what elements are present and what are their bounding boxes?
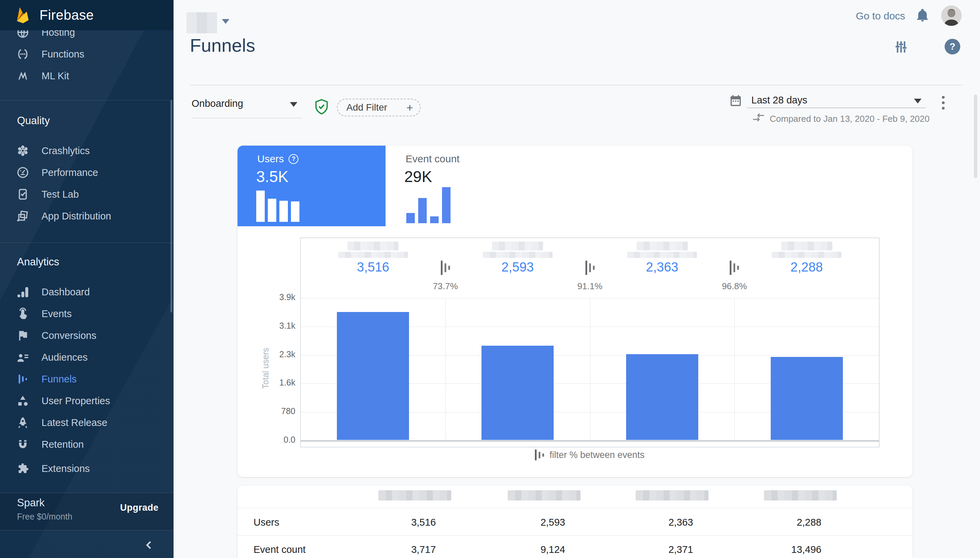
funnel-card: Users ? 3.5K Event count 29K 3,51673.7%2…	[238, 146, 913, 477]
funnel-glyph-icon	[441, 261, 450, 275]
sidebar-item-label: ML Kit	[41, 71, 69, 82]
sparkbar	[430, 217, 438, 223]
conversion-percent: 96.8%	[722, 281, 747, 292]
collapse-sidebar-icon[interactable]	[142, 538, 156, 552]
sidebar-item-functions[interactable]: Functions	[0, 43, 174, 65]
sidebar-item-label: Audiences	[41, 352, 87, 363]
y-axis-tick: 3.1k	[265, 321, 295, 331]
conversion-percent: 73.7%	[433, 281, 458, 292]
sidebar-item-audiences[interactable]: Audiences	[0, 346, 174, 368]
notifications-bell-icon[interactable]	[915, 8, 930, 24]
table-cell: 2,363	[618, 517, 693, 528]
table-row-label: Event count	[253, 544, 305, 555]
project-selector[interactable]	[187, 12, 217, 33]
chart-footer-note: filter % between events	[550, 450, 645, 460]
step-value: 2,288	[790, 260, 823, 274]
sidebar-item-user-properties[interactable]: User Properties	[0, 390, 174, 412]
sidebar-item-label: Performance	[41, 167, 98, 178]
table-cell: 2,593	[490, 517, 565, 528]
project-selector-caret-icon[interactable]	[222, 19, 229, 24]
sidebar: HostingFunctionsML KitCrashlyticsPerform…	[0, 0, 174, 558]
y-axis-tick: 780	[265, 406, 295, 416]
redacted-step-label	[781, 241, 832, 250]
sidebar-item-conversions[interactable]: Conversions	[0, 325, 174, 346]
redacted-step-label	[637, 241, 688, 250]
event-count-sparkbars	[406, 187, 451, 223]
y-axis-tick: 1.6k	[265, 377, 295, 387]
sidebar-item-test-lab[interactable]: Test Lab	[0, 184, 174, 205]
breakdown-table-card: Users3,5162,5932,3632,288Event count3,71…	[238, 486, 913, 558]
code-brackets-icon	[15, 46, 31, 62]
date-range-select[interactable]: Last 28 days	[751, 95, 807, 106]
funnel-bar	[771, 357, 843, 440]
sidebar-item-label: Extensions	[41, 463, 90, 474]
sparkbar	[406, 213, 415, 223]
funnel-select-caret-icon[interactable]	[290, 102, 297, 107]
rocket-icon	[15, 415, 31, 430]
redacted-step-label	[338, 252, 408, 258]
tune-filters-icon[interactable]	[893, 39, 909, 54]
sidebar-section-analytics: Analytics	[17, 256, 59, 268]
firebase-logo-icon	[14, 6, 31, 25]
redacted-step-label	[347, 241, 399, 250]
help-icon[interactable]: ?	[945, 39, 960, 54]
crashlytics-icon	[15, 143, 31, 159]
sidebar-item-dashboard[interactable]: Dashboard	[0, 281, 174, 303]
sidebar-item-events[interactable]: Events	[0, 303, 174, 325]
upgrade-button[interactable]: Upgrade	[120, 502, 159, 513]
add-filter-button[interactable]: Add Filter +	[337, 98, 420, 117]
avatar[interactable]	[941, 5, 962, 26]
funnel-select[interactable]: Onboarding	[192, 98, 243, 109]
table-cell: 9,124	[490, 544, 565, 555]
y-axis-label: Total users	[261, 335, 271, 402]
calendar-icon	[729, 94, 742, 108]
users-help-icon[interactable]: ?	[289, 154, 299, 164]
brand-wordmark: Firebase	[39, 8, 94, 23]
table-cell: 13,496	[747, 544, 821, 555]
header-divider	[190, 85, 963, 85]
table-divider	[238, 508, 913, 508]
y-axis-tick: 2.3k	[265, 350, 295, 359]
sidebar-item-label: User Properties	[41, 396, 110, 407]
sidebar-item-performance[interactable]: Performance	[0, 162, 174, 184]
firebase-console: HostingFunctionsML KitCrashlyticsPerform…	[0, 0, 980, 558]
sidebar-item-label: Conversions	[41, 330, 96, 341]
gridline	[301, 441, 879, 441]
comparison-label: Compared to Jan 13, 2020 - Feb 9, 2020	[770, 114, 930, 124]
compare-arrows-icon	[752, 113, 765, 122]
funnel-glyph-icon	[730, 261, 739, 275]
table-cell: 3,717	[361, 544, 436, 555]
metric-tab-event-count-label: Event count	[405, 153, 460, 165]
sidebar-item-ml-kit[interactable]: ML Kit	[0, 65, 174, 87]
redacted-column-header	[378, 490, 451, 501]
metric-tab-users[interactable]: Users ? 3.5K	[238, 146, 386, 226]
ml-kit-icon	[15, 68, 31, 84]
sidebar-item-crashlytics[interactable]: Crashlytics	[0, 140, 174, 162]
sidebar-item-retention[interactable]: Retention	[0, 433, 174, 455]
overflow-menu-icon[interactable]	[942, 96, 945, 110]
table-cell: 2,371	[618, 544, 693, 555]
sidebar-item-latest-release[interactable]: Latest Release	[0, 412, 174, 433]
redacted-column-header	[764, 490, 837, 501]
y-axis-tick: 0.0	[265, 435, 295, 445]
puzzle-icon	[15, 461, 31, 476]
go-to-docs-link[interactable]: Go to docs	[856, 10, 905, 22]
date-range-caret-icon[interactable]	[914, 98, 921, 103]
sidebar-item-label: Functions	[41, 49, 84, 60]
add-filter-label: Add Filter	[346, 102, 387, 113]
metric-tab-event-count[interactable]: Event count 29K	[386, 146, 535, 226]
sidebar-divider	[0, 530, 174, 530]
funnel-glyph-icon	[535, 450, 544, 460]
sidebar-item-app-distribution[interactable]: App Distribution	[0, 205, 174, 227]
page-scrollbar[interactable]	[974, 95, 977, 178]
column-separator	[445, 298, 446, 441]
redacted-step-label	[492, 241, 543, 250]
metric-tab-event-count-value: 29K	[404, 167, 432, 186]
sidebar-item-funnels[interactable]: Funnels	[0, 368, 174, 390]
touch-icon	[15, 306, 31, 322]
date-range-underline	[747, 108, 926, 108]
sidebar-item-label: Test Lab	[41, 189, 79, 200]
sidebar-scrollbar[interactable]	[171, 100, 172, 312]
sidebar-divider	[0, 243, 174, 243]
sidebar-item-extensions[interactable]: Extensions	[0, 458, 174, 479]
